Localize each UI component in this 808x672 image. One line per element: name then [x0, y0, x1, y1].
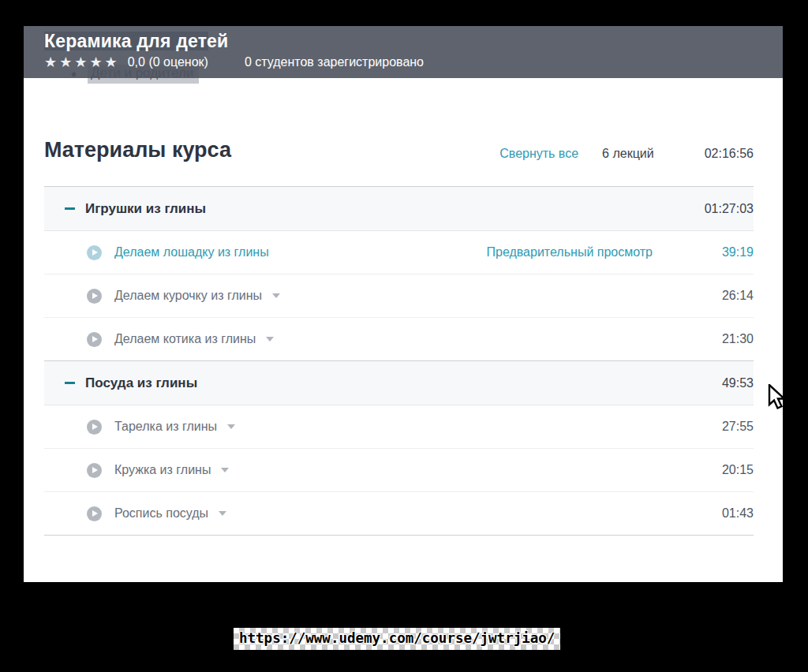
chevron-down-icon[interactable] — [221, 468, 229, 472]
collapse-minus-icon[interactable] — [65, 382, 75, 384]
star-icon: ★ — [89, 54, 104, 70]
section-title: Игрушки из глины — [85, 201, 206, 217]
section-duration: 49:53 — [722, 376, 754, 390]
course-header-bar: Керамика для детей ★★★★★ 0,0 (0 оценок) … — [24, 26, 783, 78]
collapse-all-link[interactable]: Свернуть все — [499, 147, 578, 161]
play-icon — [87, 463, 102, 478]
chevron-down-icon[interactable] — [272, 293, 280, 298]
play-icon — [87, 332, 102, 347]
section-title: Посуда из глины — [85, 375, 197, 391]
chevron-down-icon[interactable] — [266, 337, 274, 342]
course-page: • Дети и родители Керамика для детей ★★★… — [24, 26, 783, 582]
lecture-title[interactable]: Делаем котика из глины — [114, 332, 256, 346]
lecture-duration: 39:19 — [653, 245, 754, 259]
lecture-row[interactable]: Кружка из глины 20:15 — [44, 448, 754, 491]
lecture-duration: 27:55 — [653, 420, 754, 434]
chevron-down-icon[interactable] — [219, 511, 226, 516]
star-icon: ★ — [105, 54, 120, 70]
screen: • Дети и родители Керамика для детей ★★★… — [0, 0, 808, 672]
lecture-row[interactable]: Делаем курочку из глины 26:14 — [44, 274, 754, 317]
lecture-row[interactable]: Роспись посуды 01:43 — [44, 491, 754, 535]
lecture-row[interactable]: Делаем лошадку из глины Предварительный … — [44, 230, 754, 274]
play-icon — [87, 289, 102, 304]
lecture-duration: 21:30 — [653, 332, 754, 346]
play-icon — [87, 506, 102, 521]
lecture-duration: 20:15 — [653, 463, 754, 477]
star-rating: ★★★★★ — [44, 54, 120, 71]
rating-text: 0,0 (0 оценок) — [128, 55, 208, 69]
lecture-title[interactable]: Кружка из глины — [114, 463, 211, 477]
lecture-duration: 01:43 — [653, 506, 754, 521]
mouse-cursor — [767, 384, 789, 414]
chevron-down-icon[interactable] — [227, 424, 235, 429]
play-icon — [87, 245, 102, 260]
lecture-title[interactable]: Роспись посуды — [114, 506, 208, 521]
star-icon: ★ — [59, 54, 74, 70]
section-duration: 01:27:03 — [705, 202, 754, 216]
lecture-preview-link[interactable]: Предварительный просмотр — [487, 245, 653, 259]
total-length: 02:16:56 — [705, 147, 754, 161]
lecture-row[interactable]: Делаем котика из глины 21:30 — [44, 317, 754, 360]
section-row[interactable]: Посуда из глины 49:53 — [44, 360, 754, 405]
lecture-count: 6 лекций — [602, 147, 654, 161]
section-row[interactable]: Игрушки из глины 01:27:03 — [44, 186, 754, 230]
page-title: Материалы курса — [44, 138, 231, 162]
curriculum-meta-row: Свернуть все 6 лекций 02:16:56 — [499, 147, 754, 161]
course-sections-panel: Игрушки из глины 01:27:03 Делаем лошадку… — [44, 186, 754, 536]
students-count: 0 студентов зарегистрировано — [245, 55, 424, 69]
lecture-title[interactable]: Делаем курочку из глины — [114, 289, 262, 303]
lecture-title[interactable]: Тарелка из глины — [114, 420, 217, 434]
play-icon — [87, 420, 102, 435]
lecture-row[interactable]: Тарелка из глины 27:55 — [44, 405, 754, 448]
header-meta: ★★★★★ 0,0 (0 оценок) 0 студентов зарегис… — [44, 54, 783, 71]
collapse-minus-icon[interactable] — [65, 207, 75, 210]
url-overlay: https://www.udemy.com/course/jwtrjiao/ — [234, 628, 560, 650]
star-icon: ★ — [44, 54, 59, 70]
course-title: Керамика для детей — [44, 30, 783, 53]
lecture-duration: 26:14 — [653, 289, 754, 303]
star-icon: ★ — [74, 54, 89, 70]
lecture-title[interactable]: Делаем лошадку из глины — [114, 245, 269, 259]
